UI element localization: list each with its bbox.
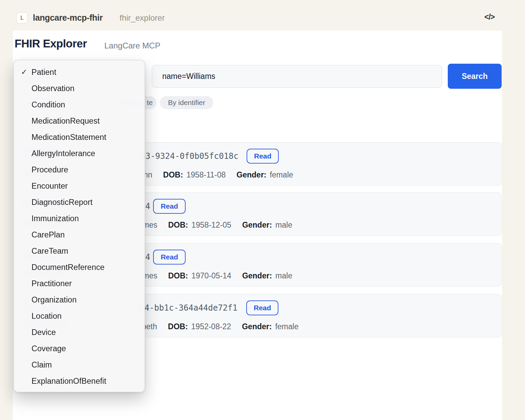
resource-id: f4-bb1c-364a44de72f1 — [140, 303, 237, 313]
dropdown-item-medicationrequest[interactable]: MedicationRequest — [14, 113, 145, 129]
resource-id: 4 — [145, 252, 150, 262]
gender-label: Gender: — [242, 322, 272, 331]
dob-label: DOB: — [168, 271, 188, 280]
gender-value: male — [275, 220, 292, 230]
gender-value: female — [275, 322, 298, 331]
page-subtitle: LangCare MCP — [104, 41, 160, 50]
gender-label: Gender: — [242, 271, 272, 280]
dropdown-item-immunization[interactable]: Immunization — [14, 210, 145, 227]
dropdown-item-claim[interactable]: Claim — [14, 357, 145, 373]
app-subtitle: fhir_explorer — [120, 13, 165, 23]
dob-label: DOB: — [168, 322, 188, 331]
dob-value: 1952-08-22 — [191, 322, 231, 331]
dropdown-item-allergyintolerance[interactable]: AllergyIntolerance — [14, 145, 145, 162]
result-id-row: 4 Read — [145, 199, 186, 214]
dropdown-item-label: MedicationStatement — [31, 133, 106, 142]
dropdown-item-coverage[interactable]: Coverage — [14, 340, 145, 357]
resource-id: 4 — [145, 202, 150, 211]
dropdown-item-patient[interactable]: ✓Patient — [14, 64, 145, 80]
dob-value: 1958-12-05 — [191, 220, 231, 230]
result-detail-row: beth DOB:1952-08-22 Gender:female — [142, 322, 298, 331]
resource-type-dropdown[interactable]: ✓PatientObservationConditionMedicationRe… — [14, 60, 145, 392]
dropdown-item-procedure[interactable]: Procedure — [14, 162, 145, 178]
dropdown-item-label: CarePlan — [31, 230, 65, 239]
result-detail-row: nn DOB:1958-11-08 Gender:female — [144, 170, 293, 180]
result-detail-row: mes DOB:1958-12-05 Gender:male — [143, 220, 292, 230]
dropdown-item-label: CareTeam — [31, 247, 68, 255]
dropdown-item-label: Procedure — [31, 165, 68, 174]
read-button[interactable]: Read — [153, 250, 185, 265]
top-bar: L langcare-mcp-fhir fhir_explorer </> — [0, 0, 525, 30]
dropdown-item-observation[interactable]: Observation — [14, 80, 145, 97]
result-detail-row: mes DOB:1970-05-14 Gender:male — [143, 271, 292, 280]
dropdown-item-diagnosticreport[interactable]: DiagnosticReport — [14, 194, 145, 210]
dropdown-item-label: Organization — [31, 295, 77, 304]
dropdown-item-label: DocumentReference — [31, 263, 105, 272]
dropdown-item-label: Patient — [31, 68, 56, 77]
chip-by-identifier-label: By identifier — [168, 99, 205, 107]
dropdown-item-device[interactable]: Device — [14, 324, 145, 340]
dropdown-item-label: MedicationRequest — [31, 117, 100, 125]
app-title: langcare-mcp-fhir — [33, 13, 103, 23]
checkmark-icon: ✓ — [21, 64, 30, 80]
dropdown-item-careplan[interactable]: CarePlan — [14, 227, 145, 243]
code-icon[interactable]: </> — [484, 13, 495, 22]
dropdown-item-label: Device — [31, 328, 56, 337]
dob-value: 1970-05-14 — [191, 271, 231, 280]
read-button[interactable]: Read — [247, 149, 279, 164]
gender-value: male — [275, 271, 292, 280]
dropdown-item-label: DiagnosticReport — [31, 198, 92, 207]
dob-label: DOB: — [163, 170, 183, 180]
dropdown-item-label: Coverage — [31, 344, 66, 353]
read-button[interactable]: Read — [246, 300, 278, 315]
result-id-row: b3-9324-0f0b05fc018c Read — [141, 149, 279, 164]
dropdown-item-explanationofbenefit[interactable]: ExplanationOfBenefit — [14, 373, 145, 389]
gender-value: female — [270, 170, 293, 180]
dropdown-item-label: Condition — [31, 100, 65, 109]
dropdown-item-label: Practitioner — [31, 279, 72, 288]
dropdown-item-medicationstatement[interactable]: MedicationStatement — [14, 129, 145, 145]
app-logo-badge: L — [16, 12, 28, 24]
chip-by-identifier[interactable]: By identifier — [160, 96, 213, 109]
dob-label: DOB: — [168, 220, 188, 230]
gender-label: Gender: — [242, 220, 272, 230]
search-button[interactable]: Search — [448, 64, 502, 89]
dropdown-item-organization[interactable]: Organization — [14, 292, 145, 308]
logo-letter: L — [20, 15, 23, 21]
result-id-row: 4 Read — [145, 250, 186, 265]
dropdown-item-label: Observation — [31, 84, 75, 93]
dropdown-item-documentreference[interactable]: DocumentReference — [14, 259, 145, 275]
dropdown-item-label: Claim — [31, 360, 52, 369]
dropdown-item-practitioner[interactable]: Practitioner — [14, 275, 145, 292]
result-id-row: f4-bb1c-364a44de72f1 Read — [140, 300, 278, 315]
dropdown-item-careteam[interactable]: CareTeam — [14, 243, 145, 259]
dropdown-item-label: Immunization — [31, 214, 79, 223]
dropdown-item-encounter[interactable]: Encounter — [14, 178, 145, 194]
gender-label: Gender: — [236, 170, 266, 180]
page-title: FHIR Explorer — [15, 37, 87, 50]
dropdown-item-condition[interactable]: Condition — [14, 97, 145, 113]
dropdown-item-label: ExplanationOfBenefit — [31, 377, 106, 385]
dropdown-item-label: Encounter — [31, 182, 68, 190]
dropdown-item-location[interactable]: Location — [14, 308, 145, 324]
dob-value: 1958-11-08 — [186, 170, 226, 180]
read-button[interactable]: Read — [153, 199, 185, 214]
dropdown-item-label: Location — [31, 312, 62, 320]
chip-partial-label: te — [147, 99, 153, 107]
dropdown-item-label: AllergyIntolerance — [31, 149, 95, 158]
search-input[interactable] — [152, 65, 442, 88]
resource-id: b3-9324-0f0b05fc018c — [141, 151, 238, 161]
